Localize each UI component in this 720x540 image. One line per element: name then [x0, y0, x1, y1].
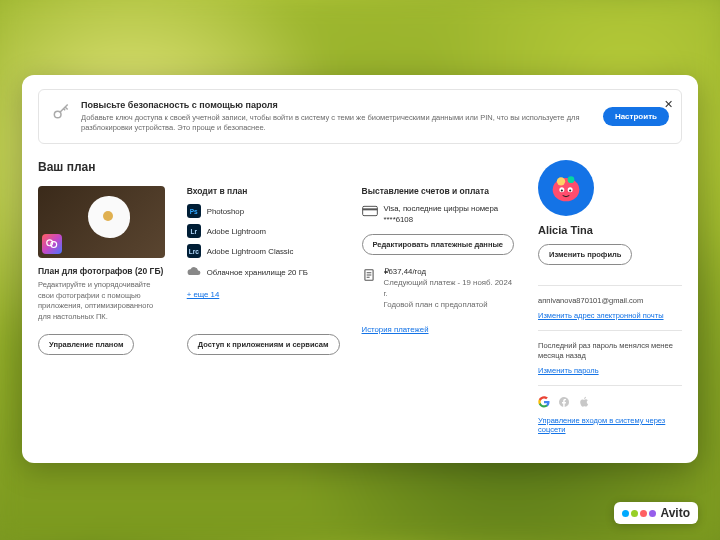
social-row: [538, 396, 682, 410]
storage-row: Облачное хранилище 20 ГБ: [187, 264, 340, 280]
account-panel: Повысьте безопасность с помощью пароля Д…: [22, 75, 698, 463]
svg-point-7: [557, 177, 565, 185]
facebook-icon: [558, 396, 570, 410]
close-icon[interactable]: ✕: [664, 98, 673, 111]
apple-icon: [578, 396, 590, 410]
cloud-icon: [187, 264, 201, 280]
password-info: Последний раз пароль менялся менее месяц…: [538, 341, 682, 362]
payment-history-link[interactable]: История платежей: [362, 325, 514, 334]
avito-watermark: Avito: [614, 502, 698, 524]
billing-title: Выставление счетов и оплата: [362, 186, 514, 196]
change-password-link[interactable]: Изменить пароль: [538, 366, 682, 375]
svg-point-8: [568, 177, 575, 184]
plan-name: План для фотографов (20 ГБ): [38, 266, 165, 276]
app-name: Adobe Lightroom: [207, 227, 266, 236]
app-icon: Ps: [187, 204, 201, 218]
change-email-link[interactable]: Изменить адрес электронной почты: [538, 311, 682, 320]
profile-sidebar: Alicia Tina Изменить профиль annivanova8…: [532, 160, 682, 449]
key-icon: [51, 102, 71, 124]
access-apps-button[interactable]: Доступ к приложениям и сервисам: [187, 334, 340, 355]
billing-price: ₽637,44/год: [384, 267, 514, 278]
app-icon: Lr: [187, 224, 201, 238]
edit-profile-button[interactable]: Изменить профиль: [538, 244, 632, 265]
card-icon: [362, 205, 378, 221]
plan-description: Редактируйте и упорядочивайте свои фотог…: [38, 280, 165, 322]
billing-next: Следующий платеж - 19 нояб. 2024 г.: [384, 278, 514, 300]
included-title: Входит в план: [187, 186, 340, 196]
plan-section-title: Ваш план: [38, 160, 514, 174]
app-icon: Lrc: [187, 244, 201, 258]
user-email: annivanova870101@gmail.com: [538, 296, 682, 307]
svg-point-11: [561, 190, 563, 192]
edit-payment-button[interactable]: Редактировать платежные данные: [362, 234, 514, 255]
billing-column: Выставление счетов и оплата Visa, послед…: [362, 186, 514, 355]
app-name: Photoshop: [207, 207, 244, 216]
included-column: Входит в план PsPhotoshopLrAdobe Lightro…: [187, 186, 340, 355]
svg-point-6: [553, 178, 580, 201]
svg-rect-4: [362, 209, 377, 211]
more-apps-link[interactable]: + еще 14: [187, 290, 340, 299]
manage-social-login-link[interactable]: Управление входом в систему через соцсет…: [538, 416, 682, 434]
storage-label: Облачное хранилище 20 ГБ: [207, 268, 308, 277]
svg-point-0: [54, 111, 61, 118]
banner-desc: Добавьте ключ доступа к своей учетной за…: [81, 113, 593, 133]
svg-rect-3: [362, 207, 377, 216]
manage-plan-button[interactable]: Управление планом: [38, 334, 134, 355]
banner-title: Повысьте безопасность с помощью пароля: [81, 100, 593, 110]
creative-cloud-icon: [42, 234, 62, 254]
google-icon: [538, 396, 550, 410]
plan-column: План для фотографов (20 ГБ) Редактируйте…: [38, 186, 165, 355]
receipt-icon: [362, 268, 378, 286]
plan-image: [38, 186, 165, 258]
app-name: Adobe Lightroom Classic: [207, 247, 294, 256]
configure-button[interactable]: Настроить: [603, 107, 669, 126]
security-banner: Повысьте безопасность с помощью пароля Д…: [38, 89, 682, 144]
app-row: LrAdobe Lightroom: [187, 224, 340, 238]
app-row: PsPhotoshop: [187, 204, 340, 218]
card-info: Visa, последние цифры номера ****6108: [384, 204, 514, 226]
avatar: [538, 160, 594, 216]
user-name: Alicia Tina: [538, 224, 682, 236]
billing-plan-type: Годовой план с предоплатой: [384, 300, 514, 311]
svg-point-12: [569, 190, 571, 192]
app-row: LrcAdobe Lightroom Classic: [187, 244, 340, 258]
